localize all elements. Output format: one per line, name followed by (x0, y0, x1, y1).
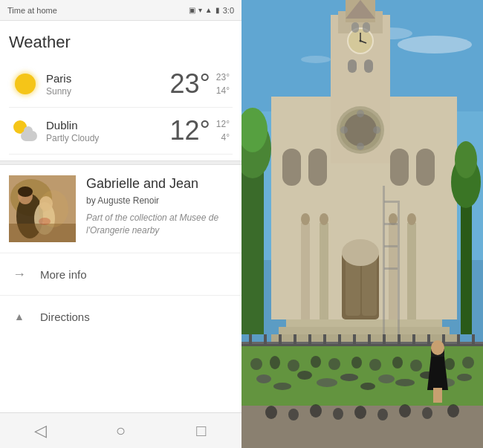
svg-point-100 (311, 356, 321, 368)
home-button[interactable]: ○ (102, 413, 139, 448)
art-painting-svg (9, 175, 76, 242)
dublin-temp-high: 12° (216, 117, 230, 131)
svg-point-88 (395, 379, 415, 386)
svg-point-91 (457, 374, 472, 381)
vibrate-icon: ▣ (189, 6, 195, 14)
weather-section: Weather Paris Sunny 23° 23° 14° (0, 21, 242, 160)
dublin-temp-low: 4° (221, 131, 230, 144)
svg-rect-108 (383, 186, 385, 334)
svg-point-126 (447, 404, 459, 418)
svg-point-97 (250, 358, 262, 370)
svg-point-101 (328, 358, 340, 370)
svg-rect-112 (384, 245, 398, 247)
svg-point-106 (444, 358, 455, 370)
battery-icon: ▮ (215, 6, 220, 14)
svg-point-87 (378, 374, 395, 383)
svg-point-55 (320, 213, 328, 225)
svg-point-120 (310, 404, 322, 418)
svg-point-85 (340, 374, 358, 381)
svg-rect-32 (363, 22, 370, 33)
more-info-row[interactable]: → More info (0, 253, 242, 295)
weather-row-paris[interactable]: Paris Sunny 23° 23° 14° (9, 61, 233, 108)
svg-point-93 (431, 340, 444, 355)
svg-point-102 (351, 357, 362, 369)
paris-temp-low: 14° (216, 84, 230, 97)
svg-point-82 (273, 383, 291, 390)
svg-rect-113 (384, 267, 398, 270)
svg-point-105 (410, 360, 422, 371)
svg-point-122 (354, 406, 366, 419)
svg-rect-58 (286, 319, 442, 327)
directions-icon: ▲ (9, 306, 30, 327)
svg-point-41 (373, 126, 380, 134)
paris-church-photo (242, 0, 483, 448)
svg-rect-114 (461, 186, 472, 334)
svg-rect-110 (384, 201, 398, 203)
back-button[interactable]: ◁ (22, 413, 59, 448)
svg-rect-109 (398, 201, 400, 334)
pc-cloud (21, 131, 37, 141)
svg-point-103 (369, 359, 381, 371)
svg-rect-8 (9, 224, 76, 242)
svg-rect-34 (364, 59, 373, 73)
svg-point-121 (333, 408, 343, 420)
svg-point-104 (392, 357, 403, 369)
wifi-icon: ▾ (198, 6, 202, 14)
weather-row-dublin[interactable]: Dublin Partly Cloudy 12° 12° 4° (9, 108, 233, 155)
weather-title: Weather (9, 33, 233, 52)
svg-point-54 (301, 213, 310, 225)
dublin-condition: Partly Cloudy (46, 133, 169, 143)
svg-point-119 (288, 409, 299, 421)
svg-rect-48 (390, 149, 409, 186)
art-thumbnail (9, 175, 76, 242)
paris-city-name: Paris (46, 72, 169, 85)
more-info-icon: → (9, 264, 30, 285)
svg-rect-33 (348, 59, 357, 73)
paris-temp-high: 23° (216, 71, 230, 84)
bottom-nav: ◁ ○ □ (0, 412, 242, 448)
svg-point-123 (377, 409, 388, 421)
status-bar: Time at home ▣ ▾ ▲ ▮ 3:0 (0, 0, 242, 21)
art-info: Gabrielle and Jean by Auguste Renoir Par… (86, 175, 233, 242)
svg-point-57 (407, 213, 416, 225)
art-description: Part of the collection at Musee de l'Ora… (86, 212, 233, 237)
paris-temp-main: 23° (169, 68, 210, 100)
art-artist: by Auguste Renoir (86, 195, 233, 206)
svg-point-98 (270, 356, 280, 369)
svg-point-39 (357, 143, 364, 150)
dublin-weather-icon (12, 117, 39, 144)
right-panel (242, 0, 483, 448)
svg-point-118 (265, 406, 277, 419)
svg-point-38 (357, 110, 364, 117)
sun-icon (15, 74, 36, 94)
svg-point-107 (462, 357, 474, 369)
recents-button[interactable]: □ (183, 413, 220, 448)
signal-icon: ▲ (205, 6, 213, 14)
svg-point-86 (360, 383, 375, 390)
art-card[interactable]: Gabrielle and Jean by Auguste Renoir Par… (0, 165, 242, 253)
directions-row[interactable]: ▲ Directions (0, 295, 242, 337)
status-right: ▣ ▾ ▲ ▮ 3:0 (189, 6, 234, 15)
dublin-city-info: Dublin Partly Cloudy (46, 119, 169, 143)
svg-rect-80 (242, 346, 483, 406)
svg-rect-111 (384, 223, 398, 225)
svg-point-99 (288, 360, 299, 371)
svg-point-84 (317, 378, 337, 387)
svg-point-124 (399, 404, 411, 418)
status-time: 3:0 (223, 6, 234, 15)
more-info-label: More info (40, 268, 87, 281)
svg-point-37 (344, 114, 377, 146)
svg-rect-62 (242, 342, 483, 344)
svg-point-5 (18, 186, 33, 197)
svg-point-10 (39, 218, 51, 225)
paris-condition: Sunny (46, 86, 169, 97)
svg-rect-49 (416, 149, 435, 186)
left-panel: Time at home ▣ ▾ ▲ ▮ 3:0 Weather Paris S… (0, 0, 242, 448)
svg-point-83 (297, 371, 312, 380)
svg-rect-50 (301, 223, 310, 319)
dublin-temp-range: 12° 4° (216, 117, 230, 144)
paris-city-info: Paris Sunny (46, 72, 169, 97)
dublin-temp-main: 12° (169, 115, 210, 146)
svg-rect-95 (433, 388, 438, 403)
svg-rect-31 (351, 22, 359, 33)
